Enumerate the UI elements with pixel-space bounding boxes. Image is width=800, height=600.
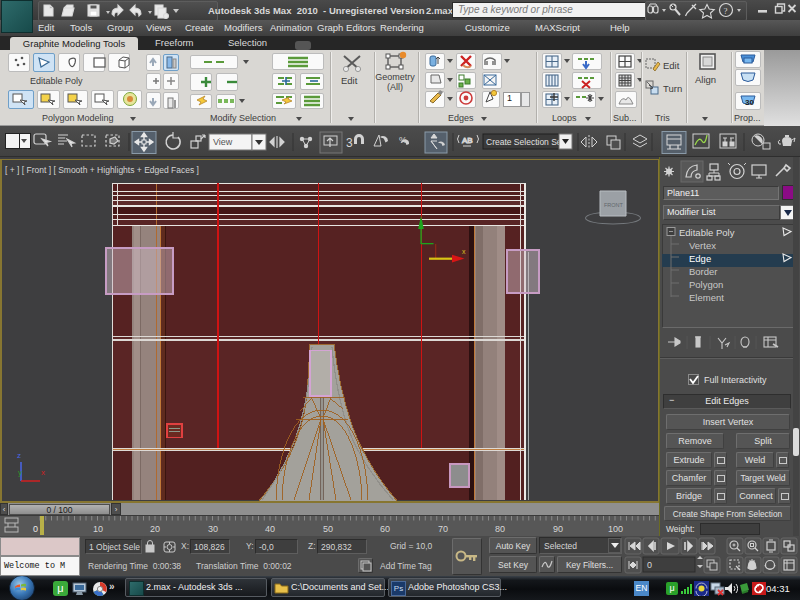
svg-text:50: 50 bbox=[323, 524, 333, 534]
svg-text:x: x bbox=[41, 468, 45, 477]
svg-text:Element: Element bbox=[689, 292, 724, 303]
svg-text:Edge: Edge bbox=[689, 253, 711, 264]
svg-text:100: 100 bbox=[608, 524, 623, 534]
svg-text:40: 40 bbox=[265, 524, 275, 534]
svg-text:10: 10 bbox=[93, 524, 103, 534]
svg-text:x: x bbox=[462, 248, 466, 255]
svg-text:90: 90 bbox=[553, 524, 563, 534]
svg-text:0: 0 bbox=[647, 560, 652, 570]
svg-text:FRONT: FRONT bbox=[604, 202, 624, 208]
svg-text:60: 60 bbox=[380, 524, 390, 534]
svg-text:View: View bbox=[213, 137, 233, 147]
svg-text:0: 0 bbox=[33, 524, 38, 534]
svg-text:Polygon: Polygon bbox=[689, 279, 723, 290]
svg-text:70: 70 bbox=[438, 524, 448, 534]
svg-text:[ + ] [ Front ] [ Smooth + Hig: [ + ] [ Front ] [ Smooth + Highlights + … bbox=[5, 165, 199, 175]
svg-text:z: z bbox=[17, 451, 21, 460]
svg-text:y: y bbox=[18, 468, 22, 477]
svg-text:?: ? bbox=[724, 6, 728, 16]
svg-text:AB: AB bbox=[462, 136, 473, 145]
svg-text:Create Selection Se: Create Selection Se bbox=[486, 137, 562, 147]
svg-text:3: 3 bbox=[346, 136, 353, 150]
svg-text:20: 20 bbox=[150, 524, 160, 534]
svg-text:Vertex: Vertex bbox=[689, 240, 716, 251]
svg-text:Border: Border bbox=[689, 266, 718, 277]
svg-text:Editable Poly: Editable Poly bbox=[679, 227, 735, 238]
svg-text:30: 30 bbox=[208, 524, 218, 534]
svg-text:80: 80 bbox=[495, 524, 505, 534]
